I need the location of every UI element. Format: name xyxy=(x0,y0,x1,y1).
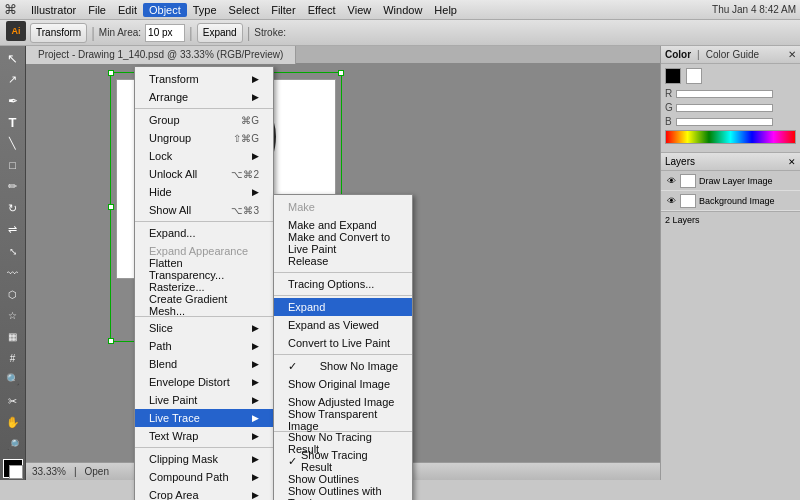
menu-clipping-mask[interactable]: Clipping Mask ▶ xyxy=(135,450,273,468)
lt-show-outlines-tracing[interactable]: Show Outlines with Tracing xyxy=(274,488,412,500)
layer-item-draw[interactable]: 👁 Draw Layer Image xyxy=(661,171,800,191)
layer-eye-draw[interactable]: 👁 xyxy=(665,175,677,187)
lt-show-original[interactable]: Show Original Image xyxy=(274,375,412,393)
tool-rotate[interactable]: ↻ xyxy=(2,198,24,218)
menu-gradient-mesh[interactable]: Create Gradient Mesh... xyxy=(135,296,273,314)
group-shortcut: ⌘G xyxy=(241,115,259,126)
menu-arrange[interactable]: Arrange ▶ xyxy=(135,88,273,106)
tool-mirror[interactable]: ⇌ xyxy=(2,220,24,240)
color-guide-tab[interactable]: Color Guide xyxy=(706,49,759,60)
tool-scissors[interactable]: ✂ xyxy=(2,391,24,411)
menu-select[interactable]: Select xyxy=(223,3,266,17)
menu-illustrator[interactable]: Illustrator xyxy=(25,3,82,17)
g-slider[interactable] xyxy=(676,104,773,112)
stroke-swatch[interactable] xyxy=(686,68,702,84)
tool-zoom[interactable]: 🔎 xyxy=(2,434,24,454)
lt-convert-live-paint[interactable]: Convert to Live Paint xyxy=(274,334,412,352)
lt-expand-viewed-label: Expand as Viewed xyxy=(288,319,379,331)
fill-color[interactable] xyxy=(3,459,23,478)
layer-name-bg: Background Image xyxy=(699,196,775,206)
menu-expand[interactable]: Expand... xyxy=(135,224,273,242)
menu-edit[interactable]: Edit xyxy=(112,3,143,17)
menu-lock-label: Lock xyxy=(149,150,172,162)
tool-line[interactable]: ╲ xyxy=(2,134,24,154)
lt-expand[interactable]: Expand xyxy=(274,298,412,316)
menu-expand-appearance-label: Expand Appearance xyxy=(149,245,248,257)
tool-mesh[interactable]: # xyxy=(2,348,24,368)
menu-envelope-distort-label: Envelope Distort xyxy=(149,376,230,388)
menu-flatten[interactable]: Flatten Transparency... xyxy=(135,260,273,278)
tool-type[interactable]: T xyxy=(2,112,24,132)
tool-scale[interactable]: ⤡ xyxy=(2,241,24,261)
apple-menu[interactable]: ⌘ xyxy=(4,2,17,17)
layer-item-bg[interactable]: 👁 Background Image xyxy=(661,191,800,211)
tool-eyedropper[interactable]: 🔍 xyxy=(2,370,24,390)
layers-count: 2 Layers xyxy=(661,211,800,227)
menu-group[interactable]: Group ⌘G xyxy=(135,111,273,129)
lt-tracing-options[interactable]: Tracing Options... xyxy=(274,275,412,293)
menu-object[interactable]: Object xyxy=(143,3,187,17)
toolbar-separator: | xyxy=(91,25,95,41)
tool-direct-select[interactable]: ↗ xyxy=(2,69,24,89)
status-separator: | xyxy=(74,466,77,477)
lt-expand-viewed[interactable]: Expand as Viewed xyxy=(274,316,412,334)
lt-release[interactable]: Release xyxy=(274,252,412,270)
menu-type[interactable]: Type xyxy=(187,3,223,17)
menu-text-wrap[interactable]: Text Wrap ▶ xyxy=(135,427,273,445)
lt-show-no-image[interactable]: ✓ Show No Image xyxy=(274,357,412,375)
menu-show-all[interactable]: Show All ⌥⌘3 xyxy=(135,201,273,219)
color-spectrum[interactable] xyxy=(665,130,796,144)
lt-show-transparent[interactable]: Show Transparent Image xyxy=(274,411,412,429)
menu-lock[interactable]: Lock ▶ xyxy=(135,147,273,165)
menu-help[interactable]: Help xyxy=(428,3,463,17)
menu-effect[interactable]: Effect xyxy=(302,3,342,17)
tool-symbol[interactable]: ☆ xyxy=(2,305,24,325)
panel-close[interactable]: ✕ xyxy=(788,49,796,60)
layers-close[interactable]: ✕ xyxy=(788,157,796,167)
menu-compound-path[interactable]: Compound Path ▶ xyxy=(135,468,273,486)
menu-slice[interactable]: Slice ▶ xyxy=(135,319,273,337)
transform-button[interactable]: Transform xyxy=(30,23,87,43)
menu-unlock-all[interactable]: Unlock All ⌥⌘2 xyxy=(135,165,273,183)
handle-tl[interactable] xyxy=(108,70,114,76)
tool-pen[interactable]: ✒ xyxy=(2,91,24,111)
menu-ungroup[interactable]: Ungroup ⇧⌘G xyxy=(135,129,273,147)
menu-crop-area[interactable]: Crop Area ▶ xyxy=(135,486,273,500)
b-slider[interactable] xyxy=(676,118,773,126)
color-tab[interactable]: Color xyxy=(665,49,691,60)
tool-hand[interactable]: ✋ xyxy=(2,412,24,432)
menu-file[interactable]: File xyxy=(82,3,112,17)
min-area-input[interactable] xyxy=(145,24,185,42)
tool-column[interactable]: ▦ xyxy=(2,327,24,347)
menu-filter[interactable]: Filter xyxy=(265,3,301,17)
layer-eye-bg[interactable]: 👁 xyxy=(665,195,677,207)
lt-make-live-paint[interactable]: Make and Convert to Live Paint xyxy=(274,234,412,252)
r-slider[interactable] xyxy=(676,90,773,98)
menu-envelope-distort[interactable]: Envelope Distort ▶ xyxy=(135,373,273,391)
menu-blend[interactable]: Blend ▶ xyxy=(135,355,273,373)
tool-paint[interactable]: ✏ xyxy=(2,177,24,197)
lt-show-tracing[interactable]: ✓ Show Tracing Result xyxy=(274,452,412,470)
tool-warp[interactable]: 〰 xyxy=(2,262,24,282)
menu-transform[interactable]: Transform ▶ xyxy=(135,70,273,88)
menu-live-paint[interactable]: Live Paint ▶ xyxy=(135,391,273,409)
menu-live-trace[interactable]: Live Trace ▶ xyxy=(135,409,273,427)
expand-button[interactable]: Expand xyxy=(197,23,243,43)
g-label: G xyxy=(665,102,673,113)
menu-compound-path-label: Compound Path xyxy=(149,471,229,483)
menu-bar-left: ⌘ Illustrator File Edit Object Type Sele… xyxy=(4,2,463,17)
handle-ml[interactable] xyxy=(108,204,114,210)
menu-window[interactable]: Window xyxy=(377,3,428,17)
layers-title[interactable]: Layers xyxy=(665,156,695,167)
handle-tr[interactable] xyxy=(338,70,344,76)
fill-swatch[interactable] xyxy=(665,68,681,84)
menu-path[interactable]: Path ▶ xyxy=(135,337,273,355)
menu-view[interactable]: View xyxy=(342,3,378,17)
tool-rect[interactable]: □ xyxy=(2,155,24,175)
menu-hide[interactable]: Hide ▶ xyxy=(135,183,273,201)
canvas-tab-item[interactable]: Project - Drawing 1_140.psd @ 33.33% (RG… xyxy=(26,46,296,64)
tool-select[interactable]: ↖ xyxy=(2,48,24,68)
tool-blend[interactable]: ⬡ xyxy=(2,284,24,304)
object-menu-dropdown: Transform ▶ Arrange ▶ Group ⌘G Ungroup ⇧… xyxy=(134,66,274,500)
lt-make[interactable]: Make xyxy=(274,198,412,216)
